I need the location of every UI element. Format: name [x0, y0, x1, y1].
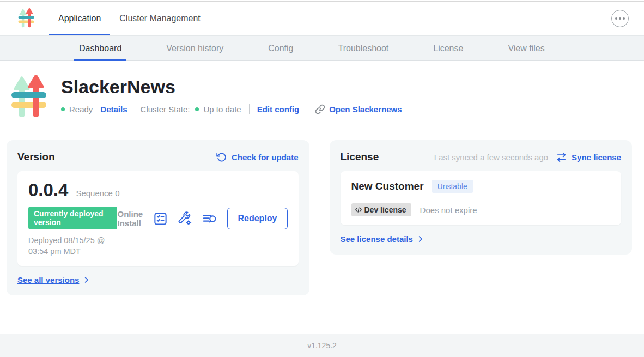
tab-cluster-management-label: Cluster Management [119, 14, 201, 23]
chain-link-icon [315, 104, 325, 114]
version-number: 0.0.4 [28, 180, 68, 201]
tab-dashboard[interactable]: Dashboard [74, 36, 126, 60]
license-expiry: Does not expire [420, 205, 477, 215]
app-header: SlackerNews Ready Details Cluster State:… [11, 75, 644, 120]
divider [249, 104, 250, 114]
tab-view-files[interactable]: View files [503, 36, 549, 60]
ellipsis-icon [615, 17, 617, 20]
version-diff-icon[interactable] [153, 211, 168, 226]
console-version: v1.125.2 [307, 341, 337, 350]
more-menu-button[interactable] [611, 10, 629, 27]
license-type-badge: Dev license [351, 203, 411, 216]
deployed-timestamp: Deployed 08/15/25 @ 03:54 pm MDT [28, 235, 117, 257]
license-card-title: License [341, 151, 379, 163]
tab-cluster-management[interactable]: Cluster Management [110, 2, 210, 35]
config-wrench-icon[interactable] [178, 211, 192, 226]
last-synced-text: Last synced a few seconds ago [434, 153, 548, 162]
license-card: License Last synced a few seconds ago Sy… [330, 140, 633, 255]
app-logo-large-icon [11, 75, 47, 120]
tab-application[interactable]: Application [49, 2, 110, 35]
sync-license-link[interactable]: Sync license [572, 153, 621, 162]
install-type-label: Online Install [117, 209, 143, 228]
cluster-state-value: Up to date [203, 105, 241, 114]
open-app-link[interactable]: Open Slackernews [329, 105, 402, 114]
sync-arrows-icon [556, 152, 567, 162]
see-all-versions-link[interactable]: See all versions [17, 275, 299, 285]
current-version-panel: 0.0.4 Sequence 0 Currently deployed vers… [17, 171, 299, 266]
app-sub-nav: Dashboard Version history Config Trouble… [0, 35, 644, 61]
deployed-badge: Currently deployed version [28, 207, 117, 229]
status-text: Ready [69, 105, 93, 114]
redeploy-button[interactable]: Redeploy [227, 208, 287, 229]
tab-application-label: Application [58, 14, 101, 23]
chevron-right-icon [416, 235, 424, 243]
refresh-icon [216, 152, 227, 162]
details-link[interactable]: Details [100, 105, 127, 114]
version-card: Version Check for update 0.0.4 Sequence … [7, 140, 309, 295]
tab-version-history[interactable]: Version history [161, 36, 228, 60]
app-status-row: Ready Details Cluster State: Up to date … [61, 104, 402, 114]
channel-badge: Unstable [432, 180, 473, 193]
edit-config-link[interactable]: Edit config [257, 105, 300, 114]
chevron-right-icon [82, 276, 90, 284]
see-license-details-link[interactable]: See license details [341, 234, 622, 244]
version-card-title: Version [17, 151, 55, 163]
check-for-update-link[interactable]: Check for update [232, 153, 299, 162]
tab-config[interactable]: Config [263, 36, 298, 60]
cluster-state-dot-icon [195, 107, 199, 111]
sequence-label: Sequence 0 [76, 189, 119, 198]
logs-search-icon[interactable] [202, 211, 217, 226]
tab-troubleshoot[interactable]: Troubleshoot [333, 36, 393, 60]
tab-license[interactable]: License [428, 36, 468, 60]
main-nav: Application Cluster Management [49, 2, 210, 35]
dashboard-cards: Version Check for update 0.0.4 Sequence … [7, 140, 632, 295]
customer-name: New Customer [351, 180, 424, 192]
page-title: SlackerNews [61, 76, 402, 98]
console-footer: v1.125.2 [0, 334, 644, 357]
app-logo-icon [18, 8, 34, 29]
code-icon [355, 206, 362, 214]
cluster-state-label: Cluster State: [141, 105, 190, 114]
status-dot-icon [61, 107, 65, 111]
top-header: Application Cluster Management [0, 2, 644, 35]
license-detail-panel: New Customer Unstable Dev license Does n… [341, 171, 622, 225]
divider [307, 104, 307, 114]
